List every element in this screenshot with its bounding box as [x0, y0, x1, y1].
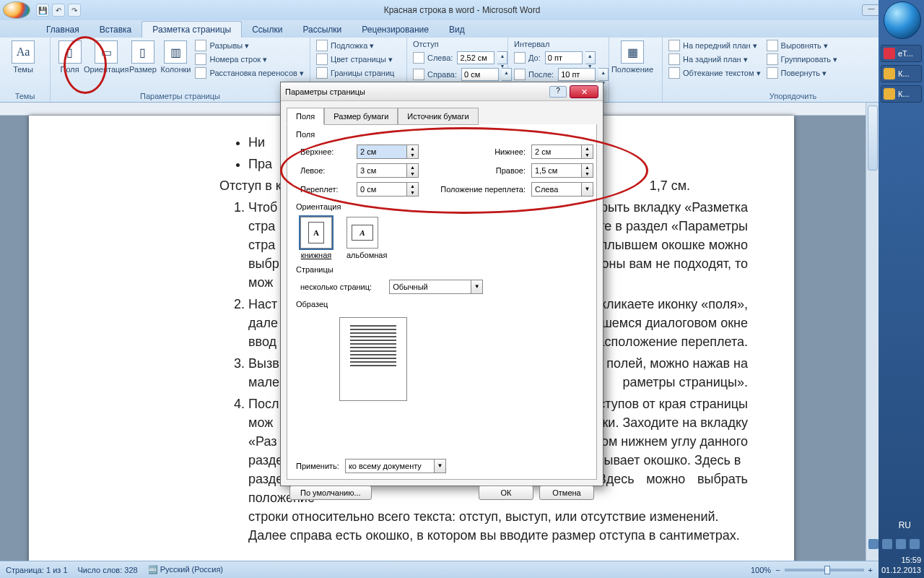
status-words[interactable]: Число слов: 328 — [78, 566, 138, 574]
orientation-section-label: Ориентация — [296, 202, 588, 211]
size-button[interactable]: ▯Размер — [128, 39, 157, 74]
status-lang[interactable]: 🔤 Русский (Россия) — [148, 565, 223, 574]
dialog-tab-margins[interactable]: Поля — [287, 108, 324, 125]
tab-page-layout[interactable]: Разметка страницы — [141, 21, 242, 38]
margin-left-input[interactable]: ▲▼ — [357, 163, 426, 178]
system-clock[interactable]: 15:5901.12.2013 — [881, 555, 921, 575]
dialog-tab-source[interactable]: Источник бумаги — [398, 108, 478, 125]
zoom-slider[interactable] — [785, 569, 864, 571]
tab-mailings[interactable]: Рассылки — [292, 22, 352, 38]
margin-preview — [339, 317, 407, 401]
group-page-setup-label: Параметры страницы — [55, 90, 305, 100]
taskbar-item[interactable]: К... — [881, 65, 922, 82]
space-after-icon — [514, 69, 526, 80]
columns-button[interactable]: ▥Колонки — [160, 39, 191, 74]
quick-access-toolbar: 💾 ↶ ↷ — [36, 4, 81, 17]
sample-section-label: Образец — [296, 300, 588, 309]
vertical-scrollbar[interactable] — [866, 103, 879, 561]
position-button[interactable]: ▦Положение — [614, 39, 651, 74]
line-numbers-button[interactable]: Номера строк ▾ — [193, 53, 305, 66]
margin-bottom-input[interactable]: ▲▼ — [531, 144, 601, 159]
orientation-button[interactable]: ▭Ориентация — [87, 39, 125, 74]
hyphenation-button[interactable]: Расстановка переносов ▾ — [193, 66, 305, 79]
text-wrap-button[interactable]: Обтекание текстом ▾ — [667, 66, 762, 79]
qat-redo[interactable]: ↷ — [68, 4, 81, 17]
window-title: Красная строка в word - Microsoft Word — [0, 5, 924, 15]
space-before-icon — [514, 52, 526, 64]
gutter-position-select[interactable]: ▼ — [531, 182, 601, 197]
default-button[interactable]: По умолчанию... — [289, 486, 372, 500]
align-button[interactable]: Выровнять ▾ — [765, 39, 840, 52]
breaks-button[interactable]: Разрывы ▾ — [193, 39, 305, 52]
indent-right-input[interactable]: ▲▼ — [460, 67, 513, 82]
margin-right-input[interactable]: ▲▼ — [531, 163, 601, 178]
watermark-button[interactable]: Подложка ▾ — [315, 39, 396, 52]
multi-pages-select[interactable]: ▼ — [389, 280, 483, 294]
zoom-out-button[interactable]: − — [775, 566, 780, 574]
margins-button[interactable]: ▯Поля — [55, 39, 84, 74]
page-borders-button[interactable]: Границы страниц — [315, 66, 396, 79]
zoom-in-button[interactable]: + — [868, 566, 873, 574]
themes-button[interactable]: AaТемы — [4, 39, 42, 74]
dialog-title: Параметры страницы — [285, 87, 549, 96]
ribbon-tabs: Главная Вставка Разметка страницы Ссылки… — [0, 20, 924, 38]
page-setup-dialog: Параметры страницы ? ✕ Поля Размер бумаг… — [280, 82, 603, 486]
tab-view[interactable]: Вид — [439, 22, 475, 38]
zoom-percent[interactable]: 100% — [751, 566, 771, 574]
group-themes-label: Темы — [4, 90, 45, 100]
rotate-button[interactable]: Повернуть ▾ — [765, 66, 840, 79]
taskbar-item[interactable]: К... — [881, 85, 922, 103]
dialog-close-button[interactable]: ✕ — [570, 85, 598, 98]
taskbar-item[interactable]: еТ... — [881, 45, 922, 62]
page-color-button[interactable]: Цвет страницы ▾ — [315, 53, 396, 66]
indent-left-label: Отступ — [411, 39, 515, 49]
margins-section-label: Поля — [296, 130, 588, 139]
orientation-landscape[interactable]: A альбомная — [346, 217, 387, 259]
dialog-help-button[interactable]: ? — [549, 86, 567, 98]
tab-review[interactable]: Рецензирование — [352, 22, 439, 38]
space-before-input[interactable]: ▲▼ — [544, 51, 597, 65]
margin-top-input[interactable]: ▲▼ — [357, 144, 426, 159]
bring-front-button[interactable]: На передний план ▾ — [667, 39, 762, 52]
indent-right-icon — [413, 69, 424, 80]
space-after-input[interactable]: ▲▼ — [557, 67, 610, 82]
cancel-button[interactable]: Отмена — [539, 486, 594, 500]
tab-references[interactable]: Ссылки — [242, 22, 292, 38]
statusbar: Страница: 1 из 1 Число слов: 328 🔤 Русск… — [0, 561, 879, 578]
pages-section-label: Страницы — [296, 265, 588, 274]
tab-insert[interactable]: Вставка — [90, 22, 142, 38]
spacing-label: Интервал — [513, 39, 611, 49]
qat-undo[interactable]: ↶ — [52, 4, 65, 17]
language-indicator[interactable]: RU — [899, 520, 911, 530]
ok-button[interactable]: ОК — [479, 486, 533, 500]
gutter-input[interactable]: ▲▼ — [357, 182, 426, 197]
windows-taskbar: еТ... К... К... RU 15:5901.12.2013 — [879, 0, 924, 578]
qat-save[interactable]: 💾 — [36, 4, 49, 17]
group-button[interactable]: Группировать ▾ — [765, 53, 840, 66]
orientation-portrait[interactable]: A книжная — [300, 217, 332, 259]
system-tray[interactable] — [868, 539, 920, 549]
office-button[interactable] — [3, 1, 30, 19]
apply-to-select[interactable]: ▼ — [345, 459, 446, 473]
indent-left-input[interactable]: ▲▼ — [456, 51, 509, 65]
titlebar: 💾 ↶ ↷ Красная строка в word - Microsoft … — [0, 0, 924, 20]
tab-home[interactable]: Главная — [36, 22, 90, 38]
send-back-button[interactable]: На задний план ▾ — [667, 53, 762, 66]
indent-left-icon — [413, 52, 424, 64]
dialog-tab-paper[interactable]: Размер бумаги — [324, 108, 398, 125]
status-page: Страница: 1 из 1 — [6, 566, 68, 574]
start-button[interactable] — [884, 1, 921, 39]
